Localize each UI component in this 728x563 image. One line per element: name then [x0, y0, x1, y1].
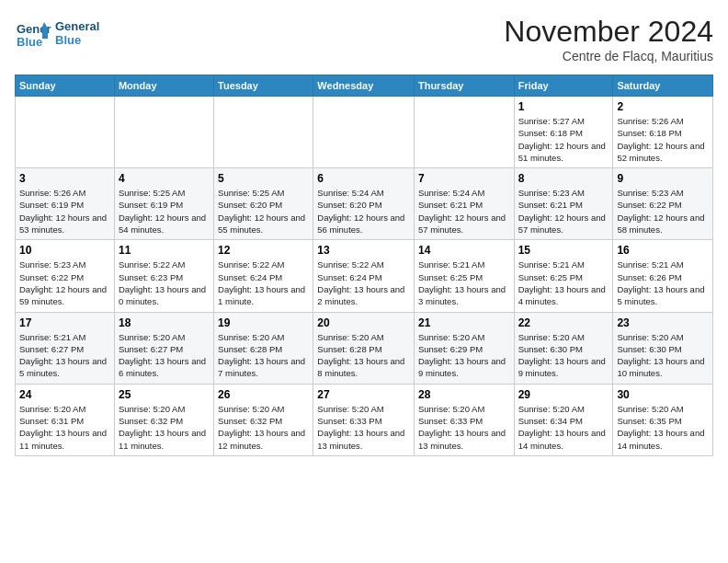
calendar-cell: 18Sunrise: 5:20 AM Sunset: 6:27 PM Dayli…: [114, 312, 213, 384]
day-number: 27: [317, 388, 410, 401]
day-info: Sunrise: 5:25 AM Sunset: 6:20 PM Dayligh…: [218, 187, 309, 236]
day-number: 5: [218, 172, 309, 185]
day-number: 25: [119, 388, 210, 401]
day-info: Sunrise: 5:22 AM Sunset: 6:24 PM Dayligh…: [317, 259, 410, 307]
day-info: Sunrise: 5:20 AM Sunset: 6:29 PM Dayligh…: [418, 331, 510, 380]
day-number: 12: [218, 244, 309, 257]
day-info: Sunrise: 5:23 AM Sunset: 6:22 PM Dayligh…: [617, 187, 709, 236]
day-number: 18: [119, 316, 210, 329]
day-number: 20: [317, 316, 410, 329]
day-number: 28: [418, 388, 510, 401]
calendar-cell: [414, 97, 514, 168]
day-info: Sunrise: 5:21 AM Sunset: 6:27 PM Dayligh…: [19, 331, 110, 380]
calendar-cell: 20Sunrise: 5:20 AM Sunset: 6:28 PM Dayli…: [313, 312, 415, 384]
calendar-cell: 14Sunrise: 5:21 AM Sunset: 6:25 PM Dayli…: [414, 240, 514, 312]
calendar-cell: [16, 97, 115, 168]
calendar-cell: 12Sunrise: 5:22 AM Sunset: 6:24 PM Dayli…: [214, 240, 313, 312]
calendar-cell: [313, 97, 415, 168]
weekday-header-thursday: Thursday: [414, 75, 514, 97]
weekday-header-sunday: Sunday: [16, 75, 115, 97]
day-info: Sunrise: 5:21 AM Sunset: 6:25 PM Dayligh…: [418, 259, 510, 307]
day-info: Sunrise: 5:20 AM Sunset: 6:33 PM Dayligh…: [418, 403, 510, 452]
calendar-table: SundayMondayTuesdayWednesdayThursdayFrid…: [15, 75, 713, 456]
weekday-header-wednesday: Wednesday: [313, 75, 415, 97]
day-number: 6: [317, 172, 410, 185]
calendar-cell: 13Sunrise: 5:22 AM Sunset: 6:24 PM Dayli…: [313, 240, 415, 312]
day-info: Sunrise: 5:20 AM Sunset: 6:30 PM Dayligh…: [617, 331, 709, 380]
day-info: Sunrise: 5:20 AM Sunset: 6:32 PM Dayligh…: [119, 403, 210, 452]
day-number: 4: [119, 172, 210, 185]
day-number: 15: [518, 244, 609, 257]
calendar-cell: 28Sunrise: 5:20 AM Sunset: 6:33 PM Dayli…: [414, 384, 514, 455]
calendar-cell: 5Sunrise: 5:25 AM Sunset: 6:20 PM Daylig…: [214, 168, 313, 240]
day-number: 1: [518, 100, 609, 113]
calendar-cell: [114, 97, 213, 168]
day-number: 30: [617, 388, 709, 401]
title-area: November 2024 Centre de Flacq, Mauritius: [504, 15, 713, 63]
day-number: 22: [518, 316, 609, 329]
month-title: November 2024: [504, 15, 713, 49]
calendar-cell: 17Sunrise: 5:21 AM Sunset: 6:27 PM Dayli…: [16, 312, 115, 384]
calendar-cell: 19Sunrise: 5:20 AM Sunset: 6:28 PM Dayli…: [214, 312, 313, 384]
day-info: Sunrise: 5:27 AM Sunset: 6:18 PM Dayligh…: [518, 115, 609, 164]
day-number: 14: [418, 244, 510, 257]
calendar-cell: 21Sunrise: 5:20 AM Sunset: 6:29 PM Dayli…: [414, 312, 514, 384]
day-info: Sunrise: 5:23 AM Sunset: 6:22 PM Dayligh…: [19, 259, 110, 307]
day-number: 13: [317, 244, 410, 257]
header: General Blue General Blue November 2024 …: [15, 15, 713, 63]
calendar-cell: 15Sunrise: 5:21 AM Sunset: 6:25 PM Dayli…: [514, 240, 613, 312]
logo-icon: General Blue: [15, 15, 51, 52]
day-info: Sunrise: 5:20 AM Sunset: 6:27 PM Dayligh…: [119, 331, 210, 380]
calendar-cell: 25Sunrise: 5:20 AM Sunset: 6:32 PM Dayli…: [114, 384, 213, 455]
day-info: Sunrise: 5:22 AM Sunset: 6:24 PM Dayligh…: [218, 259, 309, 307]
day-number: 16: [617, 244, 709, 257]
day-info: Sunrise: 5:22 AM Sunset: 6:23 PM Dayligh…: [119, 259, 210, 307]
weekday-header-tuesday: Tuesday: [214, 75, 313, 97]
week-row-5: 24Sunrise: 5:20 AM Sunset: 6:31 PM Dayli…: [16, 384, 713, 455]
day-number: 9: [617, 172, 709, 185]
calendar-cell: 22Sunrise: 5:20 AM Sunset: 6:30 PM Dayli…: [514, 312, 613, 384]
day-number: 29: [518, 388, 609, 401]
calendar-cell: 30Sunrise: 5:20 AM Sunset: 6:35 PM Dayli…: [613, 384, 713, 455]
location-subtitle: Centre de Flacq, Mauritius: [504, 49, 713, 63]
day-info: Sunrise: 5:20 AM Sunset: 6:32 PM Dayligh…: [218, 403, 309, 452]
calendar-cell: 24Sunrise: 5:20 AM Sunset: 6:31 PM Dayli…: [16, 384, 115, 455]
calendar-cell: [214, 97, 313, 168]
calendar-cell: 16Sunrise: 5:21 AM Sunset: 6:26 PM Dayli…: [613, 240, 713, 312]
calendar-cell: 8Sunrise: 5:23 AM Sunset: 6:21 PM Daylig…: [514, 168, 613, 240]
calendar-cell: 2Sunrise: 5:26 AM Sunset: 6:18 PM Daylig…: [613, 97, 713, 168]
calendar-cell: 26Sunrise: 5:20 AM Sunset: 6:32 PM Dayli…: [214, 384, 313, 455]
day-info: Sunrise: 5:20 AM Sunset: 6:31 PM Dayligh…: [19, 403, 110, 452]
calendar-cell: 29Sunrise: 5:20 AM Sunset: 6:34 PM Dayli…: [514, 384, 613, 455]
weekday-header-row: SundayMondayTuesdayWednesdayThursdayFrid…: [16, 75, 713, 97]
day-info: Sunrise: 5:21 AM Sunset: 6:25 PM Dayligh…: [518, 259, 609, 307]
calendar-cell: 1Sunrise: 5:27 AM Sunset: 6:18 PM Daylig…: [514, 97, 613, 168]
day-number: 8: [518, 172, 609, 185]
calendar-cell: 10Sunrise: 5:23 AM Sunset: 6:22 PM Dayli…: [16, 240, 115, 312]
day-number: 7: [418, 172, 510, 185]
day-info: Sunrise: 5:23 AM Sunset: 6:21 PM Dayligh…: [518, 187, 609, 236]
day-info: Sunrise: 5:26 AM Sunset: 6:19 PM Dayligh…: [19, 187, 110, 236]
day-info: Sunrise: 5:20 AM Sunset: 6:35 PM Dayligh…: [617, 403, 709, 452]
week-row-1: 1Sunrise: 5:27 AM Sunset: 6:18 PM Daylig…: [16, 97, 713, 168]
calendar-cell: 9Sunrise: 5:23 AM Sunset: 6:22 PM Daylig…: [613, 168, 713, 240]
day-info: Sunrise: 5:20 AM Sunset: 6:33 PM Dayligh…: [317, 403, 410, 452]
calendar-cell: 23Sunrise: 5:20 AM Sunset: 6:30 PM Dayli…: [613, 312, 713, 384]
day-number: 3: [19, 172, 110, 185]
day-info: Sunrise: 5:24 AM Sunset: 6:21 PM Dayligh…: [418, 187, 510, 236]
weekday-header-saturday: Saturday: [613, 75, 713, 97]
logo-blue: Blue: [55, 33, 81, 47]
svg-text:Blue: Blue: [17, 35, 42, 49]
day-number: 10: [19, 244, 110, 257]
day-number: 23: [617, 316, 709, 329]
day-info: Sunrise: 5:24 AM Sunset: 6:20 PM Dayligh…: [317, 187, 410, 236]
day-number: 11: [119, 244, 210, 257]
day-info: Sunrise: 5:20 AM Sunset: 6:30 PM Dayligh…: [518, 331, 609, 380]
day-info: Sunrise: 5:25 AM Sunset: 6:19 PM Dayligh…: [119, 187, 210, 236]
calendar-cell: 27Sunrise: 5:20 AM Sunset: 6:33 PM Dayli…: [313, 384, 415, 455]
day-info: Sunrise: 5:21 AM Sunset: 6:26 PM Dayligh…: [617, 259, 709, 307]
logo-general: General: [55, 19, 99, 33]
day-info: Sunrise: 5:20 AM Sunset: 6:28 PM Dayligh…: [317, 331, 410, 380]
weekday-header-friday: Friday: [514, 75, 613, 97]
calendar-cell: 7Sunrise: 5:24 AM Sunset: 6:21 PM Daylig…: [414, 168, 514, 240]
